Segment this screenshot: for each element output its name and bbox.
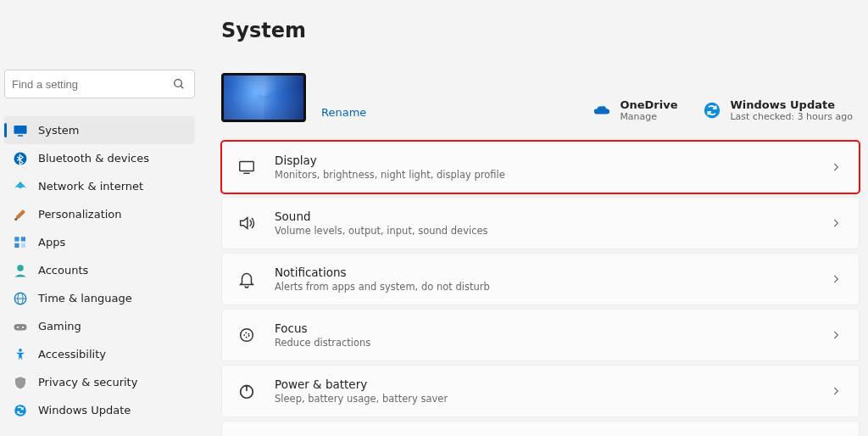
network-icon bbox=[13, 179, 28, 194]
sidebar-item-accounts[interactable]: Accounts bbox=[4, 256, 195, 284]
bluetooth-icon bbox=[13, 151, 28, 166]
search-input[interactable] bbox=[12, 78, 172, 91]
sidebar-item-label: Apps bbox=[38, 236, 65, 249]
svg-point-4 bbox=[14, 152, 27, 165]
search-icon bbox=[172, 77, 187, 91]
svg-rect-14 bbox=[14, 324, 27, 331]
onedrive-title: OneDrive bbox=[620, 98, 677, 111]
windows-update-icon bbox=[13, 403, 28, 418]
card-desc: Sleep, battery usage, battery saver bbox=[275, 393, 448, 405]
svg-rect-20 bbox=[240, 162, 254, 171]
sidebar-item-bluetooth[interactable]: Bluetooth & devices bbox=[4, 144, 195, 172]
display-icon bbox=[237, 158, 256, 176]
page-title: System bbox=[221, 19, 860, 42]
card-focus[interactable]: Focus Reduce distractions bbox=[221, 309, 860, 361]
sidebar-item-label: Network & internet bbox=[38, 180, 143, 193]
sidebar-item-privacy[interactable]: Privacy & security bbox=[4, 368, 195, 396]
svg-point-0 bbox=[175, 80, 182, 87]
onedrive-sub: Manage bbox=[620, 111, 677, 122]
power-icon bbox=[237, 382, 256, 400]
card-title: Sound bbox=[275, 210, 488, 223]
focus-icon bbox=[237, 326, 256, 344]
sidebar-item-label: Windows Update bbox=[38, 404, 131, 416]
svg-rect-6 bbox=[14, 237, 19, 241]
sidebar-item-gaming[interactable]: Gaming bbox=[4, 312, 195, 340]
svg-point-18 bbox=[14, 405, 26, 416]
svg-point-23 bbox=[244, 333, 249, 338]
svg-point-17 bbox=[19, 348, 22, 351]
card-sound[interactable]: Sound Volume levels, output, input, soun… bbox=[221, 197, 860, 249]
svg-point-10 bbox=[17, 265, 24, 271]
card-title: Focus bbox=[275, 321, 370, 335]
svg-rect-2 bbox=[14, 126, 27, 134]
accessibility-icon bbox=[13, 347, 28, 362]
update-icon bbox=[703, 101, 721, 120]
card-notifications[interactable]: Notifications Alerts from apps and syste… bbox=[221, 253, 860, 305]
sidebar-nav: System Bluetooth & devices Network & int… bbox=[4, 116, 195, 424]
chevron-right-icon bbox=[830, 161, 843, 173]
search-box[interactable] bbox=[4, 70, 195, 98]
svg-rect-8 bbox=[14, 243, 19, 247]
chevron-right-icon bbox=[830, 385, 843, 397]
update-sub: Last checked: 3 hours ago bbox=[730, 111, 853, 122]
card-title: Power & battery bbox=[275, 377, 448, 391]
card-power[interactable]: Power & battery Sleep, battery usage, ba… bbox=[221, 365, 860, 417]
svg-point-16 bbox=[22, 326, 24, 327]
sidebar-item-windows-update[interactable]: Windows Update bbox=[4, 396, 195, 424]
sidebar-item-accessibility[interactable]: Accessibility bbox=[4, 340, 195, 368]
privacy-icon bbox=[13, 375, 28, 390]
sidebar-item-time-language[interactable]: Time & language bbox=[4, 284, 195, 312]
svg-point-15 bbox=[17, 326, 19, 327]
windows-update-status[interactable]: Windows Update Last checked: 3 hours ago bbox=[703, 98, 853, 122]
sidebar-item-label: Time & language bbox=[38, 292, 132, 305]
card-title: Display bbox=[275, 154, 505, 167]
apps-icon bbox=[13, 235, 28, 250]
settings-list: Display Monitors, brightness, night ligh… bbox=[221, 141, 860, 436]
card-desc: Reduce distractions bbox=[275, 337, 370, 349]
accounts-icon bbox=[13, 263, 28, 278]
sidebar-item-label: Gaming bbox=[38, 320, 81, 333]
card-desc: Monitors, brightness, night light, displ… bbox=[275, 169, 505, 181]
chevron-right-icon bbox=[830, 217, 843, 229]
notifications-icon bbox=[237, 270, 256, 288]
sidebar-item-apps[interactable]: Apps bbox=[4, 228, 195, 256]
svg-point-19 bbox=[704, 103, 720, 118]
card-display[interactable]: Display Monitors, brightness, night ligh… bbox=[221, 141, 860, 193]
rename-link[interactable]: Rename bbox=[321, 106, 366, 119]
system-header: Rename OneDrive Manage Wind bbox=[221, 73, 860, 122]
gaming-icon bbox=[13, 319, 28, 334]
sidebar-item-personalization[interactable]: Personalization bbox=[4, 200, 195, 228]
personalization-icon bbox=[13, 207, 28, 222]
chevron-right-icon bbox=[830, 329, 843, 341]
card-desc: Volume levels, output, input, sound devi… bbox=[275, 225, 488, 237]
sidebar-item-label: Bluetooth & devices bbox=[38, 152, 149, 165]
onedrive-icon bbox=[593, 101, 611, 120]
update-title: Windows Update bbox=[730, 98, 853, 111]
onedrive-status[interactable]: OneDrive Manage bbox=[593, 98, 677, 122]
sound-icon bbox=[237, 214, 256, 232]
sidebar-item-label: System bbox=[38, 124, 79, 137]
system-icon bbox=[13, 123, 28, 138]
sidebar-item-network[interactable]: Network & internet bbox=[4, 172, 195, 200]
svg-rect-3 bbox=[18, 135, 23, 137]
sidebar-item-label: Privacy & security bbox=[38, 376, 137, 388]
svg-rect-9 bbox=[21, 243, 25, 247]
card-title: Notifications bbox=[275, 266, 490, 279]
time-language-icon bbox=[13, 291, 28, 306]
svg-rect-5 bbox=[14, 218, 17, 220]
sidebar-item-label: Personalization bbox=[38, 208, 122, 221]
card-storage[interactable]: Storage Storage space, drives, configura… bbox=[221, 421, 860, 436]
sidebar-item-label: Accessibility bbox=[38, 348, 106, 361]
card-desc: Alerts from apps and system, do not dist… bbox=[275, 281, 490, 293]
chevron-right-icon bbox=[830, 273, 843, 285]
sidebar-item-label: Accounts bbox=[38, 264, 88, 277]
sidebar-item-system[interactable]: System bbox=[4, 116, 195, 144]
svg-line-1 bbox=[181, 86, 183, 88]
svg-rect-7 bbox=[21, 237, 25, 241]
pc-image[interactable] bbox=[221, 73, 306, 122]
svg-point-22 bbox=[241, 329, 253, 342]
